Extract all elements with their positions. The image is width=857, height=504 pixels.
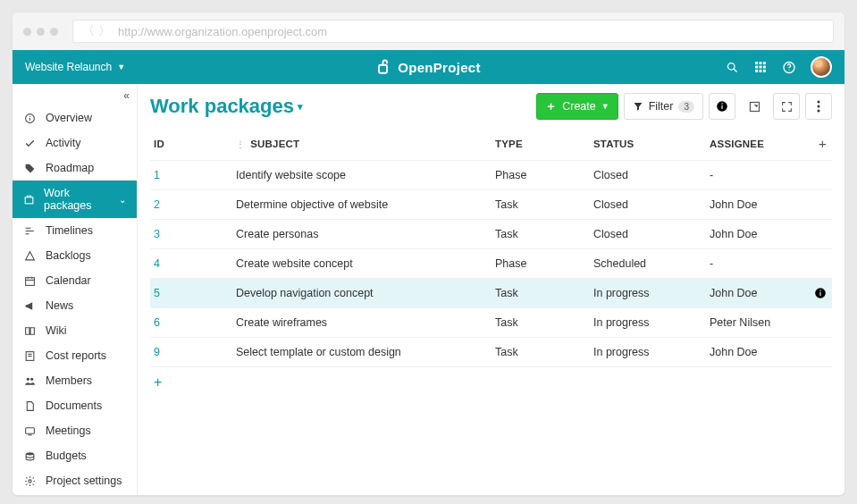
nav-forward-icon[interactable]: 〉 <box>98 23 111 39</box>
window-dot[interactable] <box>50 28 58 36</box>
sidebar-item-meetings[interactable]: Meetings <box>13 418 137 443</box>
sidebar-item-backlogs[interactable]: Backlogs <box>13 243 137 268</box>
page-title-text: Work packages <box>150 95 294 118</box>
cell-id[interactable]: 2 <box>150 190 231 220</box>
svg-rect-11 <box>763 70 766 72</box>
sidebar-item-budgets[interactable]: Budgets <box>13 443 137 468</box>
table-row[interactable]: 9Select template or custom designTaskIn … <box>150 338 832 367</box>
cell-subject[interactable]: Develop navigation concept <box>231 279 490 308</box>
sidebar-item-label: Meetings <box>46 424 91 437</box>
project-selector[interactable]: Website Relaunch ▼ <box>25 61 125 73</box>
help-icon[interactable] <box>782 60 796 74</box>
cell-type[interactable]: Task <box>490 279 588 308</box>
topbar-right <box>725 56 832 78</box>
cell-id[interactable]: 6 <box>150 308 231 338</box>
col-status[interactable]: STATUS <box>588 127 704 161</box>
cell-type[interactable]: Phase <box>490 161 588 190</box>
cell-assignee[interactable]: Peter Nilsen <box>704 308 809 338</box>
cell-type[interactable]: Phase <box>490 249 588 279</box>
sidebar-item-timelines[interactable]: Timelines <box>13 218 137 243</box>
cell-type[interactable]: Task <box>490 190 588 220</box>
caret-down-icon: ▾ <box>298 101 303 113</box>
col-subject[interactable]: ⋮SUBJECT <box>231 127 490 161</box>
svg-point-40 <box>818 105 820 108</box>
col-assignee[interactable]: ASSIGNEE <box>704 127 809 161</box>
window-dot[interactable] <box>23 28 31 36</box>
cell-id[interactable]: 5 <box>150 279 231 308</box>
sidebar-item-label: Activity <box>46 137 81 149</box>
sidebar-item-cost-reports[interactable]: Cost reports <box>13 343 137 368</box>
sidebar-item-calendar[interactable]: Calendar <box>13 268 137 293</box>
sidebar-item-documents[interactable]: Documents <box>13 393 137 418</box>
sidebar-item-roadmap[interactable]: Roadmap <box>13 155 137 181</box>
more-vertical-icon <box>817 100 820 113</box>
avatar[interactable] <box>811 56 832 78</box>
sidebar-item-work-packages[interactable]: Work packages ⌄ <box>13 181 137 218</box>
sidebar-item-members[interactable]: Members <box>13 368 137 393</box>
cell-assignee[interactable]: - <box>704 249 809 279</box>
cell-assignee[interactable]: John Doe <box>704 190 809 220</box>
cell-status[interactable]: Closed <box>588 161 704 190</box>
cell-id[interactable]: 9 <box>150 338 231 367</box>
table-row[interactable]: 6Create wireframesTaskIn progressPeter N… <box>150 308 832 338</box>
url-bar[interactable]: 〈 〉 http://www.organization.openproject.… <box>72 20 834 43</box>
sidebar-item-news[interactable]: News <box>13 293 137 318</box>
drag-handle-icon[interactable]: ⋮ <box>236 139 245 149</box>
cell-type[interactable]: Task <box>490 220 588 249</box>
cell-id[interactable]: 4 <box>150 249 231 279</box>
cell-type[interactable]: Task <box>490 338 588 367</box>
row-info-icon[interactable] <box>809 279 832 308</box>
sidebar-item-wiki[interactable]: Wiki <box>13 318 137 343</box>
sidebar-item-project-settings[interactable]: Project settings <box>13 468 137 493</box>
cell-subject[interactable]: Create wireframes <box>231 308 490 338</box>
cell-type[interactable]: Task <box>490 308 588 338</box>
table-row[interactable]: 1Identify website scopePhaseClosed- <box>150 161 832 190</box>
table-row[interactable]: 3Create personasTaskClosedJohn Doe <box>150 220 832 249</box>
details-button[interactable] <box>709 93 735 120</box>
window-dot[interactable] <box>37 28 45 36</box>
cell-assignee[interactable]: John Doe <box>704 220 809 249</box>
svg-rect-0 <box>379 65 387 73</box>
cell-status[interactable]: Scheduled <box>588 249 704 279</box>
add-row-button[interactable]: + <box>150 367 832 398</box>
table-row[interactable]: 4Create website conceptPhaseScheduled- <box>150 249 832 279</box>
add-column-button[interactable]: + <box>809 127 832 161</box>
cell-status[interactable]: In progress <box>588 279 704 308</box>
tag-icon <box>23 163 37 174</box>
window-controls <box>23 28 58 36</box>
sidebar-item-overview[interactable]: Overview <box>13 105 137 130</box>
fullscreen-icon <box>781 101 793 113</box>
cell-subject[interactable]: Identify website scope <box>231 161 490 190</box>
cell-id[interactable]: 1 <box>150 161 231 190</box>
nav-back-icon[interactable]: 〈 <box>82 23 95 39</box>
cell-assignee[interactable]: John Doe <box>704 338 809 367</box>
svg-point-29 <box>27 377 29 380</box>
svg-point-56 <box>819 290 821 291</box>
cell-assignee[interactable]: - <box>704 161 809 190</box>
cell-status[interactable]: Closed <box>588 190 704 220</box>
sidebar-item-activity[interactable]: Activity <box>13 130 137 155</box>
cell-id[interactable]: 3 <box>150 220 231 249</box>
fullscreen-button[interactable] <box>773 93 800 120</box>
create-button[interactable]: ＋ Create ▼ <box>536 93 618 120</box>
table-row[interactable]: 5Develop navigation conceptTaskIn progre… <box>150 279 832 308</box>
project-name: Website Relaunch <box>25 61 112 73</box>
cell-subject[interactable]: Select template or custom design <box>231 338 490 367</box>
more-button[interactable] <box>805 93 832 120</box>
export-button[interactable] <box>741 93 768 120</box>
cell-subject[interactable]: Determine objective of website <box>231 190 490 220</box>
apps-grid-icon[interactable] <box>753 60 768 74</box>
cell-status[interactable]: In progress <box>588 338 704 367</box>
search-icon[interactable] <box>725 60 739 74</box>
table-row[interactable]: 2Determine objective of websiteTaskClose… <box>150 190 832 220</box>
cell-subject[interactable]: Create personas <box>231 220 490 249</box>
filter-button[interactable]: Filter 3 <box>624 93 703 120</box>
collapse-sidebar-icon[interactable]: « <box>123 89 130 102</box>
cell-status[interactable]: Closed <box>588 220 704 249</box>
cell-subject[interactable]: Create website concept <box>231 249 490 279</box>
cell-status[interactable]: In progress <box>588 308 704 338</box>
col-type[interactable]: TYPE <box>490 127 588 161</box>
col-id[interactable]: ID <box>150 127 231 161</box>
page-title[interactable]: Work packages ▾ <box>150 95 303 118</box>
cell-assignee[interactable]: John Doe <box>704 279 809 308</box>
